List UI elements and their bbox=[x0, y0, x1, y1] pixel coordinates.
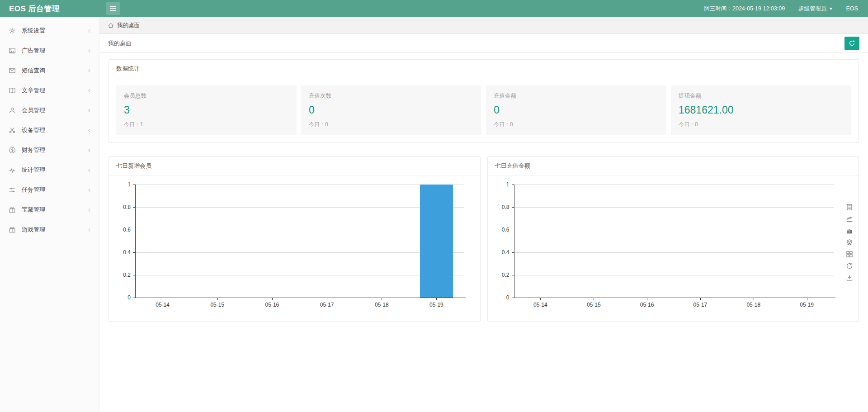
x-tick bbox=[163, 298, 163, 300]
restore-icon[interactable] bbox=[846, 262, 853, 270]
sidebar-item-stats-management[interactable]: 统计管理 bbox=[0, 160, 99, 180]
chevron-left-icon bbox=[87, 208, 92, 213]
sidebar-toggle-button[interactable] bbox=[106, 2, 120, 15]
breadcrumb: 我的桌面 bbox=[99, 17, 868, 34]
sidebar-item-ad-management[interactable]: 广告管理 bbox=[0, 41, 99, 61]
y-tick-label: 0.4 bbox=[494, 249, 509, 256]
book-icon bbox=[9, 87, 16, 94]
y-tick-label: 0.2 bbox=[115, 272, 131, 278]
stat-card-label: 充值次数 bbox=[309, 92, 474, 100]
stat-card-value: 1681621.00 bbox=[679, 104, 844, 116]
sidebar-item-treasure-management[interactable]: 宝藏管理 bbox=[0, 200, 99, 220]
x-tick-label: 05-14 bbox=[533, 302, 547, 308]
y-axis bbox=[135, 185, 136, 298]
stat-card: 提现金额 1681621.00 今日：0 bbox=[671, 85, 851, 135]
sidebar-item-game-management[interactable]: 游戏管理 bbox=[0, 220, 99, 240]
sidebar-item-label: 设备管理 bbox=[22, 126, 45, 134]
x-tick-label: 05-18 bbox=[746, 302, 760, 308]
x-tick-label: 05-18 bbox=[375, 302, 389, 308]
main-area: 我的桌面 我的桌面 数据统计 会员总数 3 今日：1 充值次数 0 今日：0 bbox=[99, 17, 868, 412]
sliders-icon bbox=[9, 186, 16, 194]
gift-icon bbox=[9, 226, 16, 233]
home-icon[interactable] bbox=[108, 22, 114, 28]
x-tick-label: 05-15 bbox=[587, 302, 601, 308]
sidebar-item-member-management[interactable]: 会员管理 bbox=[0, 100, 99, 120]
gridline bbox=[514, 185, 834, 185]
refresh-button[interactable] bbox=[844, 37, 859, 50]
x-tick bbox=[700, 298, 701, 300]
stat-card-today: 今日：0 bbox=[494, 121, 659, 128]
x-tick bbox=[382, 298, 382, 300]
sidebar-item-label: 宝藏管理 bbox=[22, 206, 45, 214]
sidebar-item-label: 文章管理 bbox=[22, 86, 45, 95]
y-tick-label: 0.6 bbox=[494, 227, 509, 233]
app-title: EOS 后台管理 bbox=[0, 4, 99, 14]
stat-card: 会员总数 3 今日：1 bbox=[116, 85, 297, 135]
sidebar-item-sms-query[interactable]: 短信查询 bbox=[0, 61, 99, 81]
sidebar-item-finance-management[interactable]: 财务管理 bbox=[0, 140, 99, 160]
gridline bbox=[514, 252, 834, 253]
y-tick-label: 0 bbox=[115, 294, 131, 301]
bar-chart-icon[interactable] bbox=[846, 227, 853, 234]
gridline bbox=[135, 207, 464, 208]
pulse-icon bbox=[9, 166, 16, 174]
gridline bbox=[135, 185, 464, 185]
x-tick-label: 05-16 bbox=[265, 302, 279, 308]
x-axis bbox=[514, 298, 835, 298]
stat-card-value: 3 bbox=[124, 104, 289, 116]
top-header: EOS 后台管理 阿三时间：2024-05-19 12:03:09 超级管理员 … bbox=[0, 0, 868, 17]
line-chart-icon[interactable] bbox=[846, 215, 853, 223]
sidebar-item-task-management[interactable]: 任务管理 bbox=[0, 180, 99, 200]
tiled-icon[interactable] bbox=[846, 251, 853, 258]
chart-title: 七日新增会员 bbox=[109, 157, 480, 175]
x-tick bbox=[436, 298, 437, 300]
y-tick-label: 0 bbox=[494, 294, 509, 301]
user-menu[interactable]: 超级管理员 bbox=[798, 5, 833, 13]
chevron-left-icon bbox=[87, 128, 92, 133]
save-image-icon[interactable] bbox=[846, 274, 853, 281]
tools-icon bbox=[9, 127, 16, 134]
x-tick-label: 05-16 bbox=[640, 302, 654, 308]
chevron-left-icon bbox=[87, 168, 92, 173]
refresh-icon bbox=[849, 40, 855, 47]
content: 数据统计 会员总数 3 今日：1 充值次数 0 今日：0 充值金额 0 今日：0… bbox=[99, 53, 868, 412]
sidebar-item-label: 任务管理 bbox=[22, 186, 45, 194]
breadcrumb-current[interactable]: 我的桌面 bbox=[117, 22, 140, 29]
chevron-left-icon bbox=[87, 28, 92, 33]
logout-link[interactable]: EOS bbox=[846, 5, 858, 12]
sidebar-item-label: 系统设置 bbox=[22, 27, 45, 35]
x-tick-label: 05-15 bbox=[210, 302, 224, 308]
chart-toolbox bbox=[846, 204, 853, 281]
gridline bbox=[135, 252, 464, 253]
stack-icon[interactable] bbox=[846, 239, 853, 246]
sidebar-item-device-management[interactable]: 设备管理 bbox=[0, 120, 99, 140]
x-tick bbox=[807, 298, 807, 300]
x-tick bbox=[540, 298, 541, 300]
x-tick bbox=[647, 298, 647, 300]
y-tick-label: 0.4 bbox=[115, 249, 131, 256]
dollar-icon bbox=[9, 147, 16, 154]
chevron-left-icon bbox=[87, 48, 92, 53]
y-tick-label: 0.6 bbox=[115, 227, 131, 233]
y-tick-label: 0.8 bbox=[115, 204, 131, 210]
x-tick bbox=[327, 298, 327, 300]
sidebar-item-article-management[interactable]: 文章管理 bbox=[0, 81, 99, 100]
y-tick-label: 1 bbox=[494, 181, 509, 188]
sidebar-item-label: 广告管理 bbox=[22, 47, 45, 55]
stat-card: 充值金额 0 今日：0 bbox=[486, 85, 666, 135]
chevron-left-icon bbox=[87, 88, 92, 93]
data-view-icon[interactable] bbox=[846, 204, 853, 211]
hamburger-icon bbox=[109, 6, 117, 11]
chevron-left-icon bbox=[87, 148, 92, 153]
y-axis bbox=[514, 185, 514, 298]
x-tick-label: 05-19 bbox=[429, 302, 443, 308]
bar-05-19 bbox=[420, 185, 453, 298]
sidebar-item-label: 短信查询 bbox=[22, 66, 45, 75]
tab-my-desktop[interactable]: 我的桌面 bbox=[108, 39, 132, 47]
sidebar-item-system-settings[interactable]: 系统设置 bbox=[0, 21, 99, 41]
image-icon bbox=[9, 47, 16, 54]
sidebar-item-label: 财务管理 bbox=[22, 146, 45, 154]
chevron-left-icon bbox=[87, 227, 92, 232]
x-tick bbox=[754, 298, 754, 300]
chart-canvas: 00.20.40.60.8105-1405-1505-1605-1705-180… bbox=[488, 175, 859, 321]
